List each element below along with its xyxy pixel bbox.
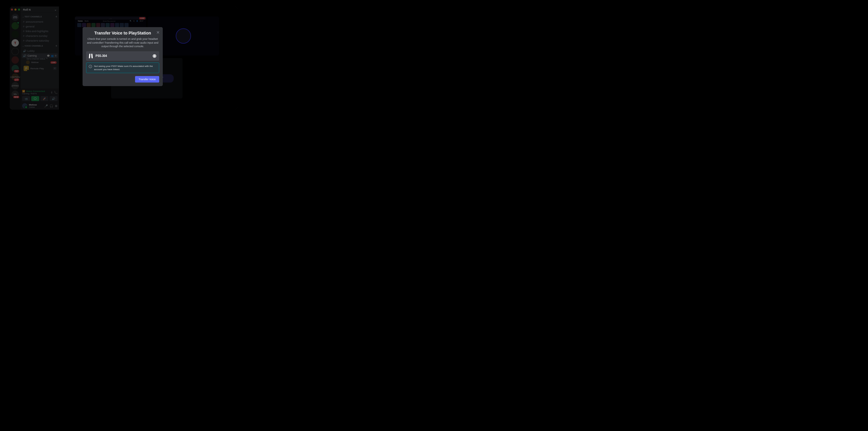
modal-title: Transfer Voice to PlayStation [86,31,159,35]
close-modal-button[interactable]: ✕ [156,30,160,35]
console-option[interactable]: PS5-304 [86,51,159,61]
radio-selected[interactable] [153,54,156,58]
console-name: PS5-304 [96,54,150,58]
ps5-icon [89,54,93,58]
info-box: i Not seeing your PS5? Make sure it's as… [86,62,159,73]
transfer-voice-modal: ✕ Transfer Voice to PlayStation Check th… [83,27,163,86]
info-text: Not seeing your PS5? Make sure it's asso… [94,65,157,71]
modal-description: Check that your console is turned on and… [86,37,159,48]
transfer-voice-button[interactable]: Transfer Voice [135,76,159,83]
info-icon: i [89,65,92,68]
